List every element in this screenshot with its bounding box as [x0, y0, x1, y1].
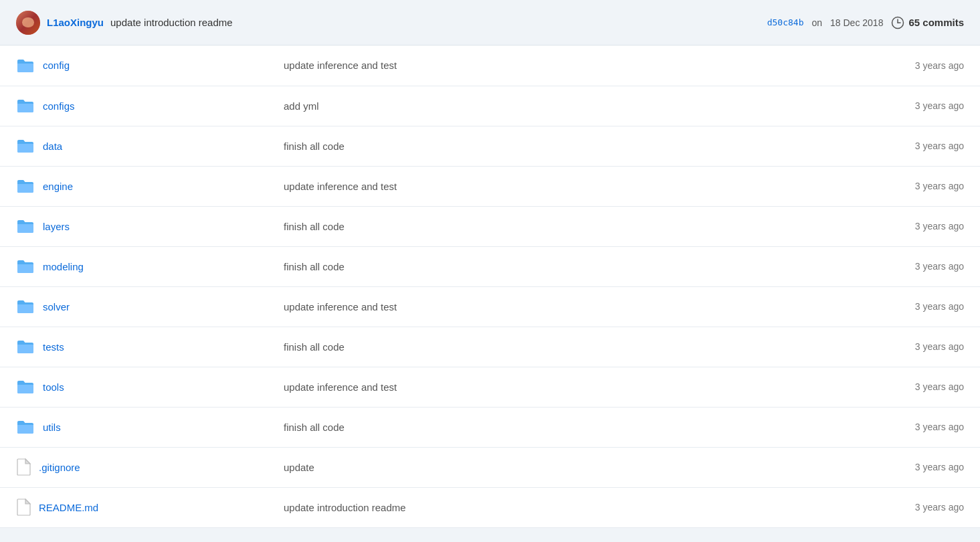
- file-table: config update inference and test 3 years…: [0, 46, 980, 528]
- file-name[interactable]: tools: [43, 381, 64, 393]
- time-cell: 3 years ago: [734, 126, 980, 166]
- time-cell: 3 years ago: [734, 286, 980, 327]
- file-name-cell: solver: [0, 286, 268, 327]
- table-row[interactable]: tools update inference and test 3 years …: [0, 367, 980, 407]
- commit-message-cell: update inference and test: [268, 286, 734, 327]
- avatar[interactable]: [16, 11, 40, 35]
- commits-link[interactable]: 65 commits: [891, 16, 964, 29]
- commit-message-cell: add yml: [268, 86, 734, 126]
- folder-icon: [16, 339, 35, 355]
- file-name[interactable]: configs: [43, 100, 75, 112]
- file-name-cell: data: [0, 126, 268, 166]
- commit-message-cell: update inference and test: [268, 367, 734, 407]
- commit-message-cell: update inference and test: [268, 46, 734, 86]
- main-container: L1aoXingyu update introduction readme d5…: [0, 0, 980, 542]
- file-name[interactable]: README.md: [39, 502, 98, 513]
- folder-icon: [16, 138, 35, 154]
- file-name[interactable]: engine: [43, 181, 73, 192]
- table-row[interactable]: layers finish all code 3 years ago: [0, 206, 980, 246]
- file-name[interactable]: data: [43, 141, 62, 152]
- file-name-cell: configs: [0, 86, 268, 126]
- commit-message-cell: finish all code: [268, 206, 734, 246]
- time-cell: 3 years ago: [734, 86, 980, 126]
- table-row[interactable]: README.md update introduction readme 3 y…: [0, 487, 980, 527]
- file-name-cell: config: [0, 46, 268, 86]
- file-icon: [16, 499, 31, 516]
- header-username[interactable]: L1aoXingyu: [47, 17, 104, 28]
- table-row[interactable]: modeling finish all code 3 years ago: [0, 246, 980, 286]
- folder-icon: [16, 98, 35, 114]
- table-row[interactable]: data finish all code 3 years ago: [0, 126, 980, 166]
- commit-message-cell: update inference and test: [268, 166, 734, 206]
- file-name[interactable]: config: [43, 60, 70, 71]
- time-cell: 3 years ago: [734, 407, 980, 447]
- file-name-cell: utils: [0, 407, 268, 447]
- file-name-cell: tests: [0, 327, 268, 367]
- table-row[interactable]: engine update inference and test 3 years…: [0, 166, 980, 206]
- time-cell: 3 years ago: [734, 246, 980, 286]
- time-cell: 3 years ago: [734, 166, 980, 206]
- folder-icon: [16, 419, 35, 435]
- folder-icon: [16, 258, 35, 274]
- table-row[interactable]: solver update inference and test 3 years…: [0, 286, 980, 327]
- folder-icon: [16, 379, 35, 395]
- time-cell: 3 years ago: [734, 46, 980, 86]
- header-commit-message: update introduction readme: [110, 17, 233, 28]
- file-name-cell: tools: [0, 367, 268, 407]
- time-cell: 3 years ago: [734, 367, 980, 407]
- history-icon: [891, 16, 904, 29]
- table-row[interactable]: config update inference and test 3 years…: [0, 46, 980, 86]
- time-cell: 3 years ago: [734, 487, 980, 527]
- header-bar: L1aoXingyu update introduction readme d5…: [0, 0, 980, 46]
- table-row[interactable]: configs add yml 3 years ago: [0, 86, 980, 126]
- header-left: L1aoXingyu update introduction readme: [16, 11, 233, 35]
- file-name[interactable]: solver: [43, 301, 70, 312]
- folder-icon: [16, 218, 35, 234]
- header-right: d50c84b on 18 Dec 2018 65 commits: [767, 16, 964, 29]
- file-name[interactable]: tests: [43, 341, 64, 353]
- file-name[interactable]: utils: [43, 422, 61, 433]
- commit-date: 18 Dec 2018: [830, 17, 883, 28]
- file-icon: [16, 458, 31, 476]
- file-name[interactable]: .gitignore: [39, 462, 80, 473]
- commit-hash[interactable]: d50c84b: [767, 17, 804, 27]
- commit-message-cell: finish all code: [268, 407, 734, 447]
- time-cell: 3 years ago: [734, 447, 980, 487]
- time-cell: 3 years ago: [734, 206, 980, 246]
- on-text: on: [811, 17, 822, 28]
- table-row[interactable]: tests finish all code 3 years ago: [0, 327, 980, 367]
- file-name-cell: engine: [0, 166, 268, 206]
- file-name[interactable]: modeling: [43, 261, 84, 272]
- commit-message-cell: update introduction readme: [268, 487, 734, 527]
- file-name-cell: README.md: [0, 487, 268, 527]
- table-row[interactable]: utils finish all code 3 years ago: [0, 407, 980, 447]
- folder-icon: [16, 58, 35, 74]
- file-name[interactable]: layers: [43, 221, 70, 232]
- commit-message-cell: finish all code: [268, 327, 734, 367]
- commit-message-cell: finish all code: [268, 126, 734, 166]
- folder-icon: [16, 298, 35, 314]
- commit-message-cell: update: [268, 447, 734, 487]
- time-cell: 3 years ago: [734, 327, 980, 367]
- commit-message-cell: finish all code: [268, 246, 734, 286]
- file-name-cell: layers: [0, 206, 268, 246]
- table-row[interactable]: .gitignore update 3 years ago: [0, 447, 980, 487]
- file-name-cell: modeling: [0, 246, 268, 286]
- commits-count: 65 commits: [908, 17, 964, 28]
- folder-icon: [16, 178, 35, 194]
- file-name-cell: .gitignore: [0, 447, 268, 487]
